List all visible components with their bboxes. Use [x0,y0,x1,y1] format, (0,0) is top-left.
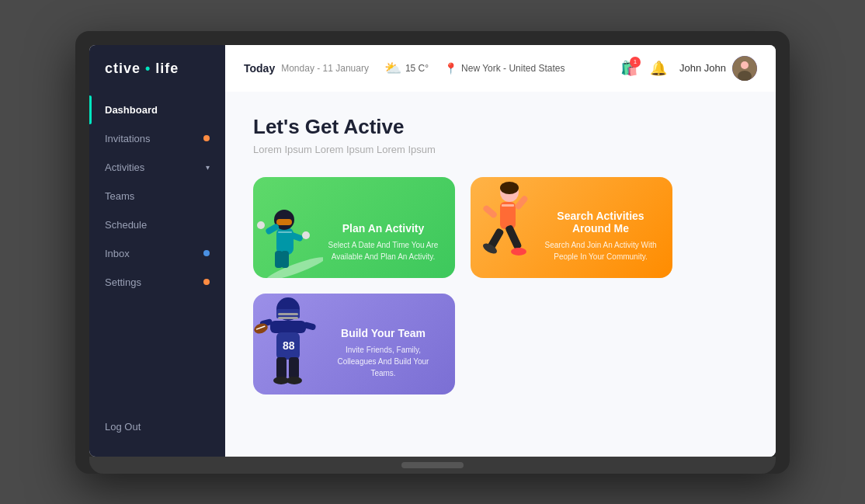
sidebar-item-inbox[interactable]: Inbox [89,239,225,268]
settings-dot [203,279,210,285]
app-logo: ctive • life [89,61,225,96]
inbox-dot [203,250,210,256]
laptop-frame: ctive • life Dashboard Invitations Activ… [75,31,790,474]
sidebar-item-activities[interactable]: Activities ▾ [89,153,225,182]
sidebar-item-schedule[interactable]: Schedule [89,210,225,239]
cart-button[interactable]: 🛍️ 1 [620,60,637,77]
sidebar-item-dashboard[interactable]: Dashboard [89,96,225,124]
card-search-desc: Search And Join An Activity With People … [544,239,657,262]
sidebar: ctive • life Dashboard Invitations Activ… [89,45,225,457]
header-left: Today Monday - 11 January ⛅ 15 C° 📍 New … [244,60,565,77]
svg-rect-34 [289,357,299,379]
laptop-bottom [89,457,776,474]
header: Today Monday - 11 January ⛅ 15 C° 📍 New … [225,45,776,92]
temperature: 15 C° [405,63,429,74]
football-svg: 88 [253,294,323,395]
header-weather: ⛅ 15 C° [384,60,429,77]
sidebar-label-dashboard: Dashboard [105,104,158,116]
card-plan-activity[interactable]: Plan An Activity Select A Date And Time … [253,177,455,278]
svg-point-12 [302,231,310,239]
app-container: ctive • life Dashboard Invitations Activ… [89,45,776,457]
main-content: Today Monday - 11 January ⛅ 15 C° 📍 New … [225,45,776,457]
svg-rect-33 [276,357,287,379]
page-content: Let's Get Active Lorem Ipsum Lorem Ipsum… [225,92,776,457]
today-label: Today [244,62,275,75]
header-today: Today Monday - 11 January [244,62,369,75]
sidebar-item-invitations[interactable]: Invitations [89,124,225,153]
page-title: Let's Get Active [253,115,748,139]
svg-rect-17 [502,204,514,207]
svg-point-11 [257,221,265,229]
cards-container: Plan An Activity Select A Date And Time … [253,177,748,395]
card-team-desc: Invite Friends, Family, Colleagues And B… [327,344,439,379]
football-figure: 88 [253,309,323,395]
runner-svg [471,177,540,278]
sidebar-nav: Dashboard Invitations Activities ▾ Teams [89,96,225,412]
laptop-notch [401,462,464,468]
user-menu[interactable]: John John [679,56,757,81]
svg-point-23 [511,248,526,255]
svg-rect-18 [482,204,498,219]
card-search-title: Search Activities Around Me [544,210,657,235]
snowboarder-figure [253,193,323,278]
svg-rect-26 [278,313,298,315]
card-build-team[interactable]: 88 [253,294,455,395]
location-text: New York - United States [461,63,565,74]
weather-icon: ⛅ [384,60,401,77]
sidebar-label-schedule: Schedule [105,219,147,231]
sidebar-label-settings: Settings [105,276,141,288]
user-avatar [732,56,757,81]
svg-rect-13 [278,231,292,233]
cart-badge: 1 [630,57,641,68]
header-location: 📍 New York - United States [444,62,565,75]
header-right: 🛍️ 1 🔔 John John [620,56,757,81]
svg-point-1 [741,61,749,69]
invitations-dot [203,135,210,141]
sidebar-item-teams[interactable]: Teams [89,182,225,210]
svg-point-3 [265,253,323,277]
activities-chevron-icon: ▾ [206,163,210,172]
card-search-activities[interactable]: Search Activities Around Me Search And J… [471,177,672,278]
header-date: Monday - 11 January [281,63,369,74]
page-subtitle: Lorem Ipsum Lorem Ipsum Lorem Ipsum [253,144,748,155]
notification-button[interactable]: 🔔 [650,60,667,77]
logo-text: ctive • life [105,61,179,76]
logout-button[interactable]: Log Out [89,412,225,441]
sidebar-label-teams: Teams [105,190,134,202]
card-plan-desc: Select A Date And Time You Are Available… [327,239,439,262]
svg-rect-21 [505,224,523,249]
svg-rect-27 [278,317,298,319]
svg-text:88: 88 [283,339,295,352]
svg-point-15 [500,182,519,194]
runner-figure [471,193,540,278]
svg-rect-6 [281,251,289,268]
svg-rect-8 [276,219,292,225]
sidebar-item-settings[interactable]: Settings [89,268,225,297]
card-team-title: Build Your Team [327,327,439,339]
svg-rect-28 [270,321,306,333]
sidebar-label-invitations: Invitations [105,133,151,144]
logo-dot: • [145,61,151,76]
svg-point-36 [287,377,302,384]
sidebar-label-inbox: Inbox [105,248,130,259]
sidebar-label-activities: Activities [105,162,144,173]
location-pin-icon: 📍 [444,62,457,75]
snowboarder-svg [253,185,323,278]
laptop-screen: ctive • life Dashboard Invitations Activ… [89,45,776,457]
username: John John [679,62,726,74]
card-plan-title: Plan An Activity [327,222,439,235]
